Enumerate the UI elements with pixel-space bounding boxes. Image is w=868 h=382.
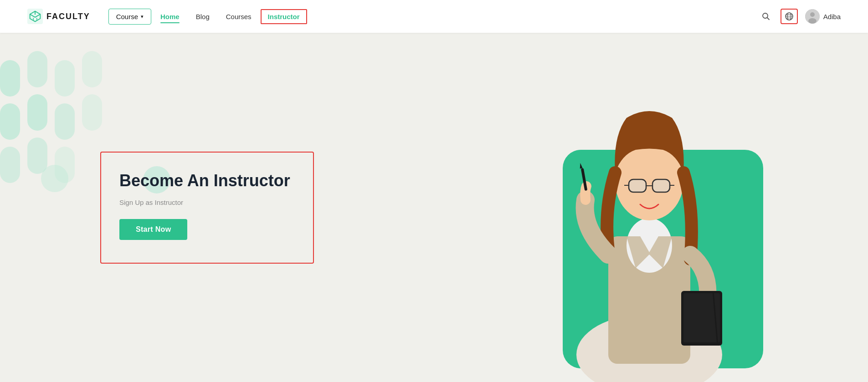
svg-point-6 bbox=[808, 18, 817, 24]
svg-rect-17 bbox=[82, 94, 102, 131]
svg-point-18 bbox=[41, 165, 68, 192]
svg-marker-27 bbox=[579, 163, 583, 168]
instructor-illustration bbox=[544, 91, 754, 382]
svg-rect-10 bbox=[27, 51, 47, 87]
svg-rect-7 bbox=[0, 60, 20, 97]
chevron-down-icon: ▾ bbox=[141, 14, 144, 20]
nav-item-course[interactable]: Course ▾ bbox=[108, 9, 151, 25]
svg-point-1 bbox=[763, 13, 768, 18]
globe-icon bbox=[785, 12, 794, 21]
svg-rect-25 bbox=[652, 179, 670, 192]
cta-subtitle: Sign Up as Instructor bbox=[119, 199, 290, 206]
search-button[interactable] bbox=[759, 9, 773, 24]
logo-icon bbox=[27, 9, 43, 24]
start-now-button[interactable]: Start Now bbox=[119, 219, 187, 240]
nav-right: Adiba bbox=[759, 9, 841, 24]
hero-section: Become An Instructor Sign Up as Instruct… bbox=[0, 33, 868, 382]
svg-rect-14 bbox=[55, 103, 75, 140]
nav-item-home[interactable]: Home bbox=[153, 9, 187, 24]
active-underline bbox=[160, 22, 180, 23]
language-button[interactable] bbox=[781, 9, 798, 24]
svg-rect-11 bbox=[27, 94, 47, 131]
navbar: FACULTY Course ▾ Home Blog Courses Instr… bbox=[0, 0, 868, 33]
hero-content: Become An Instructor Sign Up as Instruct… bbox=[100, 151, 314, 263]
svg-rect-12 bbox=[27, 138, 47, 174]
nav-item-courses[interactable]: Courses bbox=[219, 9, 259, 24]
svg-rect-8 bbox=[0, 103, 20, 140]
cta-title: Become An Instructor bbox=[119, 170, 290, 190]
svg-rect-9 bbox=[0, 147, 20, 183]
nav-item-instructor[interactable]: Instructor bbox=[261, 9, 307, 24]
svg-rect-16 bbox=[82, 51, 102, 87]
logo[interactable]: FACULTY bbox=[27, 9, 90, 24]
nav-item-blog[interactable]: Blog bbox=[189, 9, 217, 24]
hero-image-area bbox=[522, 72, 777, 382]
cta-box: Become An Instructor Sign Up as Instruct… bbox=[100, 151, 314, 263]
avatar-icon bbox=[805, 9, 820, 24]
svg-point-5 bbox=[810, 12, 815, 17]
svg-rect-24 bbox=[629, 179, 646, 192]
svg-rect-13 bbox=[55, 60, 75, 97]
avatar bbox=[805, 9, 820, 24]
logo-text: FACULTY bbox=[46, 12, 90, 21]
search-icon bbox=[761, 12, 770, 21]
user-menu[interactable]: Adiba bbox=[805, 9, 841, 24]
user-name: Adiba bbox=[823, 13, 841, 20]
nav-links: Course ▾ Home Blog Courses Instructor bbox=[108, 9, 759, 25]
